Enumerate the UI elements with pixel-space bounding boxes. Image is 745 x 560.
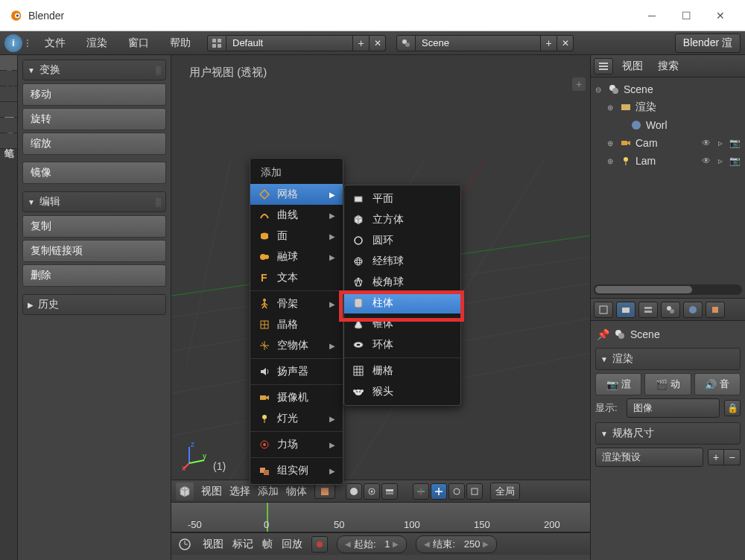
cursor-icon[interactable]: ▹ (714, 155, 726, 167)
tab-create[interactable]: 创建 (0, 71, 17, 86)
layout-name-field[interactable]: Default (226, 35, 353, 51)
tree-camera-row[interactable]: ⊕Cam👁▹📷 (594, 134, 742, 152)
timeline-ruler[interactable]: -50 0 50 100 150 200 (171, 503, 590, 532)
render-section-header[interactable]: ▼渲染 (595, 348, 741, 370)
mode-selector[interactable] (314, 484, 335, 499)
menu-window[interactable]: 窗口 (118, 34, 159, 53)
add-menu-item-armature[interactable]: 骨架▶ (250, 293, 343, 314)
outliner-menu-search[interactable]: 搜索 (652, 58, 685, 74)
splitter-handle-icon[interactable] (25, 34, 34, 52)
outliner-editor-icon[interactable] (594, 58, 613, 74)
rotate-button[interactable]: 旋转 (22, 108, 166, 130)
vp-menu-view[interactable]: 视图 (201, 485, 222, 498)
cursor-icon[interactable]: ▹ (714, 137, 726, 149)
render-engine-selector[interactable]: Blender 渲 (675, 34, 741, 53)
panel-transform-header[interactable]: ▼变换▒ (22, 60, 166, 80)
duplicate-linked-button[interactable]: 复制链接项 (22, 240, 166, 262)
mesh-menu-item-cylinder[interactable]: 柱体 (344, 293, 460, 314)
mesh-menu-item-monkey[interactable]: 猴头 (344, 381, 460, 402)
rotate-manipulator-icon[interactable] (448, 483, 465, 500)
layout-add-button[interactable]: + (353, 35, 370, 51)
render-anim-button[interactable]: 🎬动 (644, 373, 691, 395)
vp-menu-object[interactable]: 物体 (286, 485, 307, 498)
pin-icon[interactable]: 📌 (597, 328, 609, 340)
mesh-menu-item-icosphere[interactable]: 棱角球 (344, 272, 460, 293)
vp-menu-add[interactable]: 添加 (258, 485, 279, 498)
layout-browse-icon[interactable] (207, 35, 226, 51)
render-vis-icon[interactable]: 📷 (729, 137, 741, 149)
scale-button[interactable]: 缩放 (22, 133, 166, 155)
mesh-menu-item-cube[interactable]: 立方体 (344, 209, 460, 230)
end-frame-field[interactable]: ◀结束: 250▶ (416, 535, 497, 553)
menu-file[interactable]: 文件 (34, 34, 76, 53)
mesh-menu-item-cone[interactable]: 锥体 (344, 314, 460, 334)
scene-browse-icon[interactable] (396, 35, 416, 51)
tl-menu-marker[interactable]: 标记 (232, 538, 253, 551)
add-menu-item-text[interactable]: F文本 (250, 267, 343, 288)
tab-physics[interactable]: 物理 (0, 118, 17, 133)
viewport-properties-toggle[interactable]: + (572, 77, 586, 91)
props-tab-world-icon[interactable] (683, 302, 703, 318)
vp-menu-select[interactable]: 选择 (229, 485, 250, 498)
duplicate-button[interactable]: 复制 (22, 215, 166, 238)
render-preset-selector[interactable]: 渲染预设 (595, 448, 703, 467)
editor-type-icon[interactable] (176, 483, 194, 500)
info-editor-icon[interactable]: i (4, 34, 22, 52)
panel-history-header[interactable]: ▶历史 (22, 294, 166, 315)
props-editor-icon[interactable] (594, 302, 613, 318)
tl-menu-frame[interactable]: 帧 (262, 538, 273, 551)
mesh-menu-item-circle[interactable]: 圆环 (344, 230, 460, 251)
lock-button[interactable]: 🔒 (724, 400, 741, 416)
start-frame-field[interactable]: ◀起始: 1▶ (337, 535, 407, 553)
add-menu-item-meta[interactable]: 融球▶ (250, 246, 343, 267)
translate-manipulator-icon[interactable] (431, 483, 447, 500)
render-vis-icon[interactable]: 📷 (729, 155, 741, 167)
menu-help[interactable]: 帮助 (159, 34, 201, 53)
auto-keyframe-icon[interactable] (311, 536, 328, 553)
layers-icon[interactable] (381, 483, 398, 500)
tab-animation[interactable]: 动画 (0, 102, 17, 118)
add-menu-item-group[interactable]: 组实例▶ (250, 460, 343, 481)
tl-menu-view[interactable]: 视图 (203, 538, 224, 551)
eye-icon[interactable]: 👁 (700, 137, 712, 149)
display-mode-selector[interactable]: 图像 (627, 398, 720, 418)
outliner-tree[interactable]: ⊖Scene ⊕渲染 Worl ⊕Cam👁▹📷 ⊕Lam👁▹📷 (591, 77, 745, 298)
scene-delete-button[interactable]: ✕ (557, 35, 574, 51)
scale-manipulator-icon[interactable] (466, 483, 483, 500)
scene-add-button[interactable]: + (541, 35, 557, 51)
outliner-menu-view[interactable]: 视图 (616, 58, 649, 74)
eye-icon[interactable]: 👁 (700, 155, 712, 167)
props-tab-layers-icon[interactable] (638, 302, 658, 318)
tab-tools[interactable]: 工具 (0, 55, 17, 71)
tree-render-row[interactable]: ⊕渲染 (594, 98, 742, 116)
dimensions-section-header[interactable]: ▼规格尺寸 (595, 422, 741, 445)
panel-edit-header[interactable]: ▼编辑▒ (22, 191, 166, 212)
minimize-button[interactable]: ─ (635, 0, 669, 31)
add-menu-item-speaker[interactable]: 扬声器 (250, 361, 343, 382)
maximize-button[interactable]: ☐ (669, 0, 703, 31)
mirror-button[interactable]: 镜像 (22, 162, 166, 184)
add-menu-item-curve[interactable]: 曲线▶ (250, 205, 343, 226)
tree-scene-row[interactable]: ⊖Scene (594, 80, 742, 98)
tree-lamp-row[interactable]: ⊕Lam👁▹📷 (594, 152, 742, 170)
scene-name-field[interactable]: Scene (416, 35, 541, 51)
tree-world-row[interactable]: Worl (594, 116, 742, 134)
manipulator-icon[interactable] (413, 483, 429, 500)
add-menu-item-lattice[interactable]: 晶格 (250, 314, 343, 335)
props-tab-object-icon[interactable] (706, 302, 725, 318)
add-menu-item-lamp[interactable]: 灯光▶ (250, 408, 343, 429)
preset-stepper[interactable]: +− (708, 449, 741, 465)
mesh-menu-item-grid[interactable]: 栅格 (344, 360, 460, 381)
mesh-menu-item-torus[interactable]: 环体 (344, 334, 460, 355)
3d-viewport[interactable]: 用户视图 (透视) + z y x (1) 视图 选择 添加 物体 (171, 55, 590, 560)
add-menu-item-empty[interactable]: 空物体▶ (250, 335, 343, 356)
mesh-menu-item-plane[interactable]: 平面 (344, 188, 460, 209)
pivot-icon[interactable] (364, 483, 380, 500)
add-menu-item-force[interactable]: 力场▶ (250, 434, 343, 455)
add-menu-item-mesh[interactable]: 网格▶ (250, 184, 343, 205)
render-audio-button[interactable]: 🔊音 (694, 373, 741, 395)
tab-relations[interactable]: 关系 (0, 86, 17, 102)
menu-render[interactable]: 渲染 (76, 34, 118, 53)
tab-grease[interactable]: 蜡笔 (0, 133, 17, 149)
shading-solid-icon[interactable] (346, 483, 362, 500)
